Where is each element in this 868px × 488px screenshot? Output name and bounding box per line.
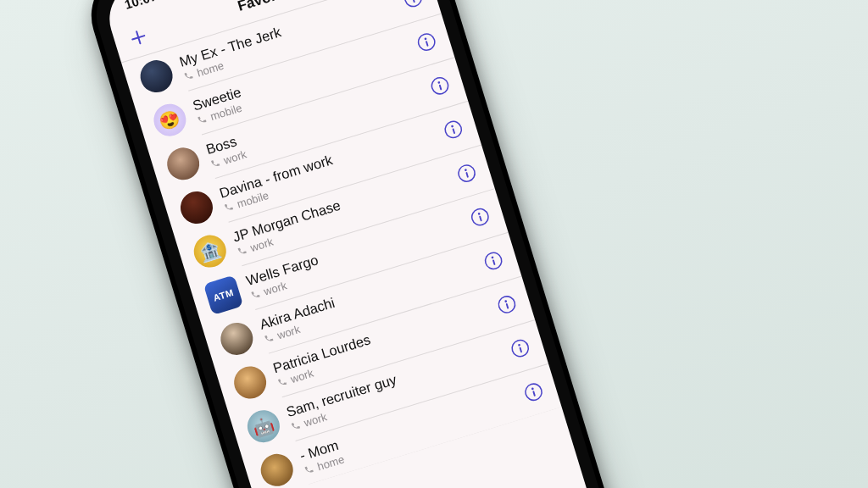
contact-avatar: [136, 56, 176, 96]
phone-handset-icon: [223, 202, 235, 214]
svg-rect-5: [425, 41, 428, 47]
svg-point-25: [517, 343, 520, 346]
info-button[interactable]: [439, 115, 466, 142]
info-icon: [494, 292, 519, 317]
contact-avatar: [217, 319, 257, 358]
status-time: 10:07: [123, 0, 159, 11]
svg-rect-11: [452, 128, 455, 134]
info-button[interactable]: [399, 0, 426, 12]
info-icon: [427, 74, 452, 98]
phone-frame: 10:07 Favorites My Ex - The Jerkhome😍Swe…: [79, 0, 631, 488]
info-button[interactable]: [479, 247, 506, 274]
info-button[interactable]: [492, 291, 520, 318]
svg-rect-26: [519, 347, 522, 352]
add-favorite-button[interactable]: [124, 23, 153, 53]
svg-point-0: [403, 0, 423, 8]
contact-avatar: 😍: [150, 100, 190, 140]
contact-avatar: [163, 144, 203, 184]
contact-avatar: [257, 450, 297, 488]
info-button[interactable]: [453, 159, 480, 186]
info-icon: [467, 204, 492, 229]
phone-handset-icon: [250, 289, 262, 301]
phone-handset-icon: [290, 420, 302, 432]
svg-rect-20: [492, 259, 495, 265]
phone-handset-icon: [303, 464, 315, 476]
plus-icon: [127, 26, 150, 49]
svg-rect-29: [532, 391, 536, 396]
info-icon: [414, 30, 438, 54]
phone-handset-icon: [183, 70, 195, 82]
contact-avatar: 🤖: [243, 406, 283, 446]
svg-rect-14: [465, 172, 469, 178]
contact-avatar: 🏦: [190, 231, 230, 271]
svg-point-19: [491, 256, 493, 258]
phone-handset-icon: [236, 245, 248, 257]
svg-rect-17: [478, 215, 481, 221]
contact-avatar: [176, 187, 216, 227]
info-icon: [481, 248, 505, 273]
favorites-list[interactable]: My Ex - The Jerkhome😍SweetiemobileBosswo…: [121, 0, 561, 488]
info-icon: [508, 336, 532, 360]
info-icon: [454, 161, 479, 186]
info-icon: [441, 117, 465, 141]
phone-bezel: 10:07 Favorites My Ex - The Jerkhome😍Swe…: [86, 0, 625, 488]
info-button[interactable]: [412, 28, 439, 55]
info-icon: [521, 380, 546, 404]
phone-handset-icon: [276, 376, 288, 388]
info-button[interactable]: [520, 378, 547, 405]
svg-point-4: [424, 37, 426, 40]
svg-rect-2: [411, 0, 415, 3]
info-button[interactable]: [466, 203, 493, 230]
contact-avatar: [230, 363, 270, 402]
svg-point-10: [450, 125, 453, 127]
info-button[interactable]: [426, 72, 453, 99]
svg-point-28: [531, 387, 533, 390]
phone-screen: 10:07 Favorites My Ex - The Jerkhome😍Swe…: [100, 0, 609, 488]
phone-handset-icon: [197, 114, 209, 125]
svg-rect-8: [438, 84, 442, 90]
svg-point-13: [464, 169, 466, 171]
info-button[interactable]: [506, 335, 533, 362]
phone-handset-icon: [264, 333, 275, 345]
svg-point-22: [504, 300, 506, 302]
contact-avatar: ATM: [203, 275, 243, 315]
phone-handset-icon: [209, 158, 221, 169]
info-icon: [400, 0, 425, 10]
svg-point-16: [477, 212, 480, 214]
svg-rect-23: [505, 302, 509, 308]
svg-point-7: [437, 80, 440, 83]
